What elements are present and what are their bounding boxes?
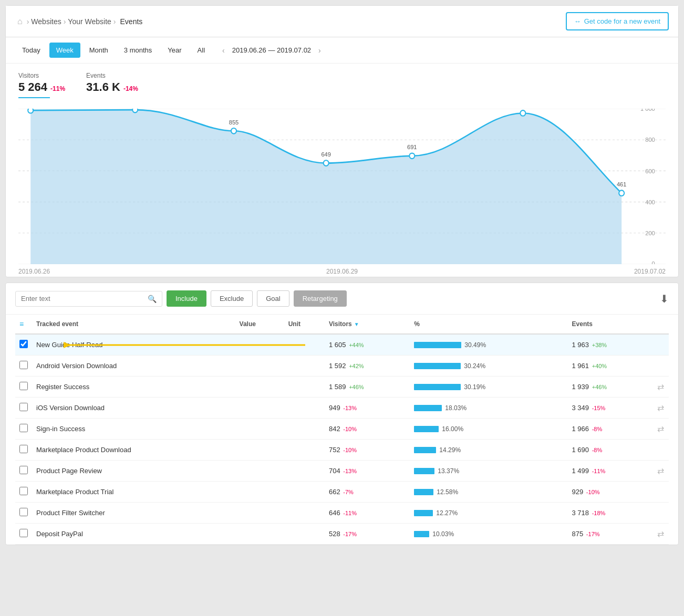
unit-cell xyxy=(284,503,325,524)
time-controls: Today Week Month 3 months Year All ‹ 201… xyxy=(6,37,678,64)
pct-value: 16.00% xyxy=(442,425,463,433)
svg-text:600: 600 xyxy=(645,168,655,174)
svg-text:200: 200 xyxy=(645,230,655,236)
row-checkbox[interactable] xyxy=(19,508,28,516)
search-input[interactable] xyxy=(21,295,148,302)
change-badge: -11% xyxy=(592,468,606,474)
change-badge: -11% xyxy=(343,510,357,516)
date-next-button[interactable]: › xyxy=(315,45,324,56)
col-visitors[interactable]: Visitors ▼ xyxy=(325,315,410,334)
retarget-cell: ⇄ xyxy=(653,419,669,440)
pct-bar xyxy=(414,447,436,453)
row-checkbox[interactable] xyxy=(19,382,28,390)
time-btn-month[interactable]: Month xyxy=(82,43,115,58)
row-checkbox[interactable] xyxy=(19,529,28,537)
filter-section: 🔍 Include Exclude Goal Retargeting ⬇ xyxy=(6,283,678,315)
change-badge: -17% xyxy=(343,531,357,537)
row-checkbox[interactable] xyxy=(19,361,28,369)
search-box[interactable]: 🔍 xyxy=(15,291,162,307)
retarget-icon[interactable]: ⇄ xyxy=(657,382,664,391)
value-cell xyxy=(235,356,284,377)
include-button[interactable]: Include xyxy=(167,290,206,307)
pct-cell: 13.37% xyxy=(410,461,567,482)
unit-cell xyxy=(284,440,325,461)
goal-button[interactable]: Goal xyxy=(257,290,289,307)
event-name: Marketplace Product Download xyxy=(36,446,131,454)
breadcrumb-current: Events xyxy=(120,17,143,26)
change-badge: -13% xyxy=(343,405,357,411)
events-cell: 1 961 +40% xyxy=(568,356,653,377)
row-checkbox[interactable] xyxy=(19,403,28,411)
exclude-button[interactable]: Exclude xyxy=(211,290,253,307)
time-btn-week[interactable]: Week xyxy=(49,43,80,58)
table-row: Product Page Review 704 -13% 13.37% 1 49… xyxy=(15,461,669,482)
visitors-value: 842 xyxy=(329,425,340,433)
date-range: 2019.06.26 — 2019.07.02 xyxy=(232,46,311,54)
home-icon[interactable]: ⌂ xyxy=(17,17,23,26)
time-btn-today[interactable]: Today xyxy=(15,43,47,58)
pct-cell: 12.58% xyxy=(410,482,567,503)
col-unit: Unit xyxy=(284,315,325,334)
events-label: Events xyxy=(86,72,138,79)
events-cell: 3 718 -18% xyxy=(568,503,653,524)
value-cell xyxy=(235,461,284,482)
search-icon: 🔍 xyxy=(148,295,157,303)
events-cell: 1 499 -11% xyxy=(568,461,653,482)
event-name-cell: iOS Version Download xyxy=(32,398,235,419)
events-cell: 875 -17% xyxy=(568,524,653,545)
change-badge: -17% xyxy=(586,531,600,537)
time-btn-all[interactable]: All xyxy=(191,43,212,58)
table-row: Sign-in Success 842 -10% 16.00% 1 966 -8… xyxy=(15,419,669,440)
visitors-cell: 842 -10% xyxy=(325,419,410,440)
visitors-value: 1 592 xyxy=(329,362,346,370)
events-value: 31.6 K xyxy=(86,80,120,94)
retarget-cell xyxy=(653,356,669,377)
retarget-icon[interactable]: ⇄ xyxy=(657,466,664,475)
svg-text:1 000: 1 000 xyxy=(640,109,655,112)
retarget-icon[interactable]: ⇄ xyxy=(657,424,664,433)
event-name-cell: Sign-in Success xyxy=(32,419,235,440)
row-checkbox[interactable] xyxy=(19,424,28,432)
change-badge: -18% xyxy=(592,510,606,516)
row-checkbox[interactable] xyxy=(19,466,28,474)
retargeting-button[interactable]: Retargeting xyxy=(294,290,347,307)
event-name: Marketplace Product Trial xyxy=(36,488,113,496)
x-label-1: 2019.06.26 xyxy=(18,268,50,275)
events-cell: 1 966 -8% xyxy=(568,419,653,440)
time-btn-year[interactable]: Year xyxy=(161,43,188,58)
breadcrumb-websites[interactable]: Websites xyxy=(31,17,61,26)
row-checkbox[interactable] xyxy=(19,487,28,495)
change-badge: -15% xyxy=(592,405,606,411)
change-badge: -8% xyxy=(592,426,603,432)
visitors-value: 1 589 xyxy=(329,383,346,391)
row-checkbox[interactable] xyxy=(19,340,28,348)
events-value: 3 718 xyxy=(572,509,589,517)
retarget-icon[interactable]: ⇄ xyxy=(657,403,664,412)
pct-value: 30.49% xyxy=(464,341,486,349)
event-name: Product Page Review xyxy=(36,467,102,475)
pct-bar xyxy=(414,510,433,516)
download-icon[interactable]: ⬇ xyxy=(660,293,669,305)
retarget-cell xyxy=(653,503,669,524)
table-row: Marketplace Product Trial 662 -7% 12.58%… xyxy=(15,482,669,503)
unit-cell xyxy=(284,524,325,545)
event-name: Product Filter Switcher xyxy=(36,509,105,517)
visitors-value: 949 xyxy=(329,404,340,412)
pct-value: 13.37% xyxy=(438,467,459,475)
unit-cell xyxy=(284,461,325,482)
table-row: iOS Version Download 949 -13% 18.03% 3 3… xyxy=(15,398,669,419)
retarget-icon[interactable]: ⇄ xyxy=(657,529,664,538)
events-table: ≡ Tracked event Value Unit Visitors ▼ % … xyxy=(15,315,669,545)
breadcrumb-website[interactable]: Your Website xyxy=(68,17,111,26)
event-name-cell: Product Page Review xyxy=(32,461,235,482)
events-cell: 1 963 +38% xyxy=(568,334,653,356)
change-badge: -8% xyxy=(592,447,603,453)
time-btn-3months[interactable]: 3 months xyxy=(117,43,159,58)
retarget-cell: ⇄ xyxy=(653,377,669,398)
unit-cell xyxy=(284,482,325,503)
event-name-cell: Product Filter Switcher xyxy=(32,503,235,524)
row-checkbox[interactable] xyxy=(19,445,28,453)
get-code-button[interactable]: ↔ Get code for a new event xyxy=(566,12,669,30)
code-icon: ↔ xyxy=(574,17,581,25)
date-prev-button[interactable]: ‹ xyxy=(219,45,228,56)
